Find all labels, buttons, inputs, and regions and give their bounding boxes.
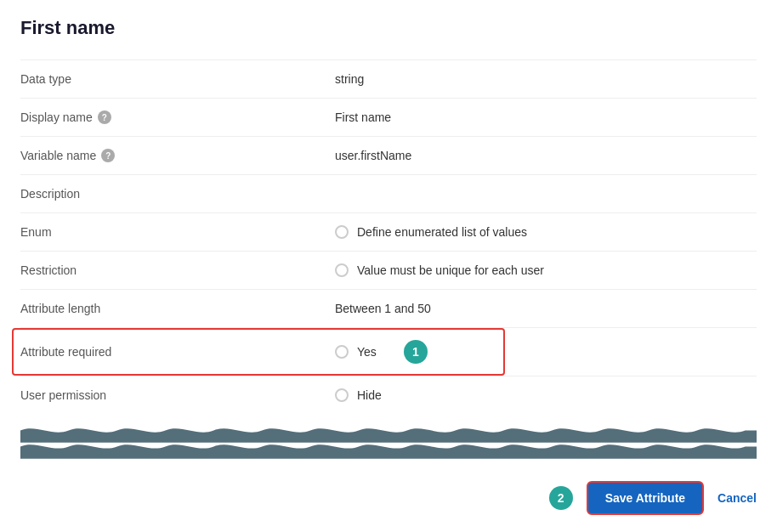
user-permission-label: User permission xyxy=(20,376,335,415)
variable-name-value: user.firstName xyxy=(335,137,757,175)
attribute-length-label: Attribute length xyxy=(20,290,335,328)
attribute-length-value: Between 1 and 50 xyxy=(335,290,757,328)
step2-container: 2 xyxy=(549,486,573,510)
display-name-help-icon[interactable]: ? xyxy=(98,110,111,124)
display-name-value: First name xyxy=(335,99,757,137)
description-label: Description xyxy=(20,175,335,213)
step1-badge: 1 xyxy=(404,340,428,364)
enum-label: Enum xyxy=(20,213,335,252)
restriction-option-label: Value must be unique for each user xyxy=(357,263,544,277)
save-attribute-button[interactable]: Save Attribute xyxy=(587,481,704,515)
attribute-required-value: Yes xyxy=(357,345,377,359)
enum-option-label: Define enumerated list of values xyxy=(357,225,527,239)
page-title: First name xyxy=(20,17,757,39)
footer: 2 Save Attribute Cancel xyxy=(549,481,757,515)
cancel-link[interactable]: Cancel xyxy=(717,491,757,505)
variable-name-help-icon[interactable]: ? xyxy=(101,149,115,162)
restriction-radio[interactable] xyxy=(335,263,349,277)
data-type-value: string xyxy=(335,60,757,99)
user-permission-radio[interactable] xyxy=(335,388,349,402)
attribute-required-label: Attribute required xyxy=(20,345,111,359)
data-type-label: Data type xyxy=(20,60,335,99)
wave-decoration xyxy=(20,422,757,473)
enum-radio[interactable] xyxy=(335,225,349,239)
variable-name-label: Variable name xyxy=(20,149,96,162)
attribute-required-radio[interactable] xyxy=(335,345,349,359)
description-value xyxy=(335,175,757,213)
step2-badge: 2 xyxy=(549,486,573,510)
restriction-label: Restriction xyxy=(20,252,335,290)
user-permission-value: Hide xyxy=(357,388,382,402)
display-name-label: Display name xyxy=(20,110,93,124)
